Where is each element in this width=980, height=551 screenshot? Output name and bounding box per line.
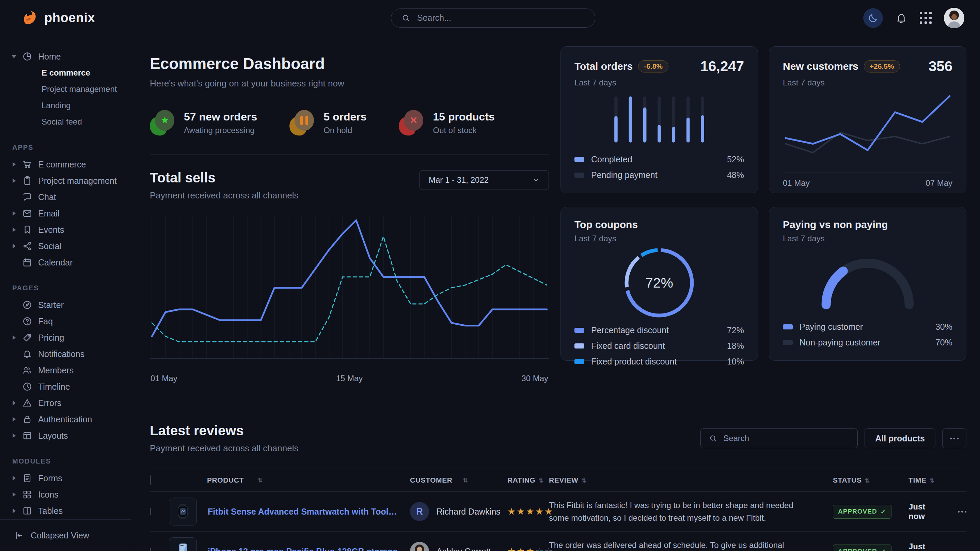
sidebar-group-modules: MODULES [12, 457, 124, 465]
compass-icon [22, 300, 32, 310]
sidebar-item-social[interactable]: Social [8, 238, 124, 254]
all-products-button[interactable]: All products [865, 429, 935, 448]
latest-reviews-subtitle: Payment received across all channels [150, 443, 298, 454]
status-badge: APPROVED✓ [833, 505, 891, 519]
tag-icon [22, 332, 32, 343]
legend-label: Completed [591, 154, 632, 164]
sidebar-item-calendar[interactable]: Calendar [8, 254, 124, 271]
review-text: The order was delivered ahead of schedul… [549, 539, 803, 551]
sidebar-item-email[interactable]: Email [8, 205, 124, 222]
date-range-select[interactable]: Mar 1 - 31, 2022 [420, 170, 549, 190]
sidebar-item-events[interactable]: Events [8, 222, 124, 238]
main-content: Ecommerce Dashboard Here's what's going … [131, 36, 980, 551]
customer-name: Richard Dawkins [436, 507, 501, 517]
sidebar-subitem-ecommerce[interactable]: E commerce [8, 65, 124, 81]
legend-value: 70% [935, 338, 952, 348]
search-icon [401, 14, 410, 22]
sidebar-item-label: Starter [38, 300, 64, 310]
card-value: 16,247 [700, 58, 744, 75]
select-all-checkbox[interactable] [150, 475, 151, 484]
rating-stars: ★★★★★ [508, 507, 554, 517]
search-input[interactable] [417, 13, 585, 23]
out-of-stock-icon: ✕ [399, 110, 423, 136]
sidebar-item-errors[interactable]: Errors [8, 395, 124, 411]
ellipsis-icon [950, 438, 959, 439]
sidebar-item-faq[interactable]: Faq [8, 313, 124, 329]
legend-item: Non-paying customer 70% [783, 335, 952, 350]
column-header-customer[interactable]: CUSTOMER⇅ [410, 476, 508, 484]
sidebar-item-forms[interactable]: Forms [8, 470, 124, 486]
reviews-search-input[interactable] [722, 433, 849, 443]
sort-icon: ⇅ [539, 478, 544, 484]
sidebar-item-layouts[interactable]: Layouts [8, 427, 124, 444]
total-sells-subtitle: Payment received across all channels [150, 190, 298, 201]
legend-label: Percentage discount [591, 326, 669, 335]
sidebar-item-label: Home [38, 52, 61, 62]
product-link[interactable]: Fitbit Sense Advanced Smartwatch with To… [208, 507, 398, 517]
cart-icon [22, 159, 32, 170]
column-header-product[interactable]: PRODUCT⇅ [169, 476, 410, 484]
sidebar-item-chat[interactable]: Chat [8, 189, 124, 205]
column-header-status[interactable]: STATUS⇅ [824, 476, 899, 484]
brand-name: phoenix [44, 11, 95, 25]
sidebar-item-timeline[interactable]: Timeline [8, 378, 124, 395]
sidebar-group-apps: APPS [12, 144, 124, 151]
row-actions-button[interactable] [958, 511, 966, 513]
collapse-label: Collapsed View [31, 530, 89, 540]
column-header-rating[interactable]: RATING⇅ [508, 476, 549, 484]
sidebar-subitem-social-feed[interactable]: Social feed [8, 114, 124, 130]
theme-toggle-button[interactable] [863, 8, 883, 28]
chevron-right-icon [11, 492, 16, 497]
user-avatar[interactable] [944, 8, 964, 28]
sidebar-item-label: Faq [38, 316, 53, 326]
trend-badge: +26.5% [864, 60, 900, 73]
stat-label: Awating processing [184, 125, 257, 135]
row-checkbox[interactable] [150, 508, 151, 515]
legend-swatch [783, 340, 793, 345]
column-header-review[interactable]: REVIEW⇅ [549, 476, 824, 484]
legend-swatch [574, 157, 584, 162]
global-search[interactable] [391, 8, 595, 27]
sidebar-item-ecommerce[interactable]: E commerce [8, 156, 124, 173]
notifications-button[interactable] [895, 12, 907, 24]
more-options-button[interactable] [942, 429, 966, 448]
sidebar-item-label: E commerce [38, 160, 86, 170]
card-title: Top coupons [574, 219, 638, 230]
column-header-time[interactable]: TIME⇅ [899, 476, 943, 484]
sidebar-item-project-management[interactable]: Project management [8, 173, 124, 189]
total-sells-chart: 01 May 15 May 30 May [150, 215, 549, 387]
customer-name: Ashley Garrett [436, 546, 491, 551]
legend-item: Fixed card discount 18% [574, 338, 744, 354]
sidebar-subitem-landing[interactable]: Landing [8, 97, 124, 114]
product-link[interactable]: iPhone 13 pro max-Pacific Blue-128GB sto… [208, 546, 398, 551]
legend-value: 72% [727, 326, 744, 335]
top-coupons-card: Top coupons Last 7 days 72% Percentage d… [560, 207, 758, 361]
sidebar-item-starter[interactable]: Starter [8, 297, 124, 313]
sidebar-subitem-project-management[interactable]: Project management [8, 81, 124, 97]
sidebar-item-tables[interactable]: Tables [8, 503, 124, 519]
legend-item: Percentage discount 72% [574, 322, 744, 338]
sidebar-item-home[interactable]: Home [8, 48, 124, 65]
sidebar-item-icons[interactable]: Icons [8, 486, 124, 503]
date-range-value: Mar 1 - 31, 2022 [429, 175, 488, 185]
x-tick: 15 May [336, 374, 363, 383]
sidebar-item-label: Layouts [38, 431, 68, 441]
sidebar-item-authentication[interactable]: Authentication [8, 411, 124, 427]
stats-row: 57 new orders Awating processing 5 order… [150, 110, 549, 136]
sidebar-item-label: Timeline [38, 382, 70, 392]
x-tick: 07 May [926, 178, 952, 188]
collapse-sidebar-button[interactable]: Collapsed View [0, 519, 131, 551]
pause-icon [294, 110, 314, 131]
bookmark-icon [22, 225, 32, 235]
row-checkbox[interactable] [150, 548, 151, 551]
brand[interactable]: phoenix [22, 10, 391, 26]
sidebar: Home E commerce Project management Landi… [0, 36, 131, 551]
sidebar-item-members[interactable]: Members [8, 362, 124, 378]
reviews-search[interactable] [700, 429, 858, 448]
sidebar-item-pricing[interactable]: Pricing [8, 329, 124, 346]
sidebar-item-notifications[interactable]: Notifications [8, 346, 124, 362]
apps-menu-button[interactable] [920, 12, 932, 24]
sidebar-item-label: Notifications [38, 349, 84, 359]
sort-icon: ⇅ [258, 477, 263, 484]
sidebar-item-label: Authentication [38, 414, 92, 424]
